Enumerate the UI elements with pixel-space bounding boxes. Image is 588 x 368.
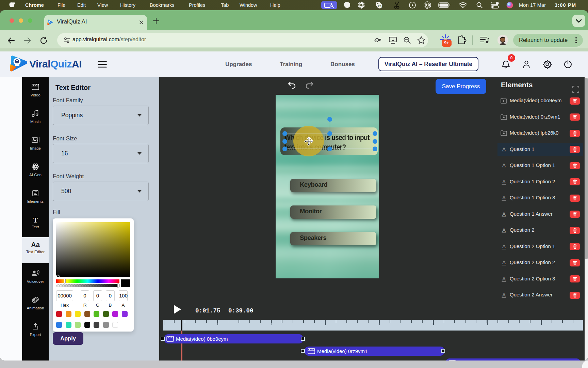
svg-text:A: A — [502, 195, 506, 200]
svg-text:A: A — [502, 179, 506, 184]
svg-text:A: A — [502, 276, 506, 281]
svg-text:A: A — [502, 227, 506, 233]
svg-text:20: 20 — [378, 4, 381, 8]
svg-text:A: A — [502, 243, 506, 249]
svg-text:A: A — [502, 259, 506, 265]
svg-text:A: A — [502, 146, 506, 152]
svg-text:A: A — [502, 162, 506, 168]
svg-text:A: A — [502, 292, 506, 297]
svg-text:A: A — [502, 211, 506, 217]
